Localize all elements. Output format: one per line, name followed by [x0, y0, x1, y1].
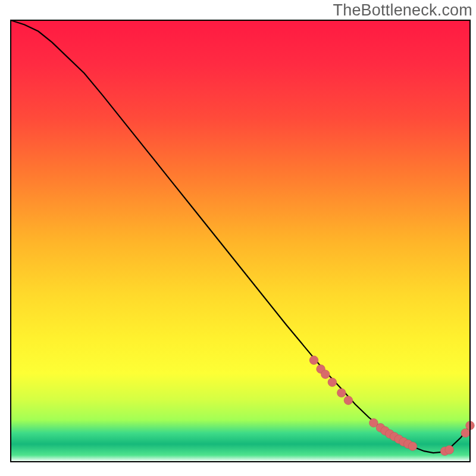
data-marker [328, 378, 337, 387]
data-marker [408, 442, 417, 451]
data-marker [309, 356, 318, 365]
data-marker [337, 389, 346, 397]
bottleneck-chart [0, 0, 476, 476]
plot-area [11, 20, 474, 462]
gradient-background [11, 20, 470, 462]
data-marker [321, 370, 330, 379]
data-marker [344, 396, 353, 405]
chart-container: TheBottleneck.com [0, 0, 476, 476]
data-marker [445, 446, 454, 455]
data-marker [461, 428, 470, 437]
watermark-text: TheBottleneck.com [333, 1, 472, 20]
